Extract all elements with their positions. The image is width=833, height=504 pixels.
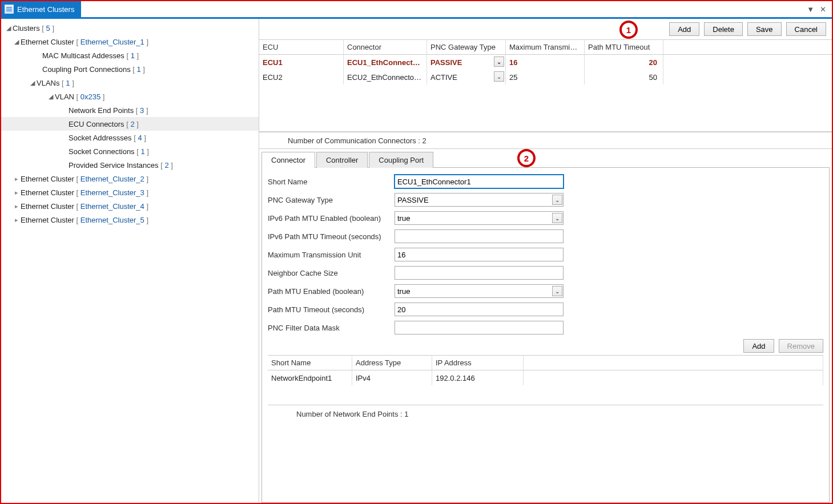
tree-label: Socket Addressses [69,134,132,142]
expand-icon[interactable]: ▸ [13,175,21,183]
chevron-down-icon[interactable]: ⌄ [552,286,562,296]
tree-label: Socket Connections [69,147,135,156]
cell-ecu: ECU2 [259,70,344,84]
tree-label: Ethernet Cluster [21,202,74,211]
tree-label: Provided Service Instances [69,161,159,170]
tree-label: Ethernet Cluster [21,175,74,183]
col-pmt[interactable]: Path MTU Timeout [585,40,663,55]
save-button[interactable]: Save [747,22,782,36]
tab-connector[interactable]: Connector [261,152,315,168]
tree-item-cluster-1[interactable]: ◢ Ethernet Cluster [ Ethernet_Cluster_1 … [1,35,259,49]
cell-pnc[interactable]: ACTIVE ⌄ [427,70,506,84]
chevron-down-icon[interactable]: ⌄ [552,195,562,205]
table-row[interactable]: NetworkEndpoint1 IPv4 192.0.2.146 [268,370,823,385]
cell-pmt[interactable]: 50 [585,70,663,84]
cell-mtu[interactable]: 16 [506,55,585,70]
callout-1: 1 [619,21,638,39]
ncs-label: Neighbor Cache Size [268,269,395,277]
col-mtu[interactable]: Maximum Transmi… [506,40,585,55]
chevron-down-icon[interactable]: ⌄ [494,57,504,67]
cell-pnc[interactable]: PASSIVE ⌄ [427,55,506,70]
cell-address-type: IPv4 [352,370,432,385]
tree-item-socket-connections[interactable]: Socket Connections [ 1 ] [1,144,259,158]
tree-label: Clusters [13,24,40,33]
tree-item-cluster-4[interactable]: ▸ Ethernet Cluster [ Ethernet_Cluster_4 … [1,199,259,213]
chevron-down-icon[interactable]: ⌄ [494,71,504,82]
window-title: Ethernet Clusters [17,5,74,14]
cell-ecu: ECU1 [259,55,344,70]
col-address-type[interactable]: Address Type [352,356,432,370]
expand-icon[interactable]: ▸ [13,216,21,224]
collapse-icon[interactable]: ◢ [5,25,13,32]
tab-coupling-port[interactable]: Coupling Port [369,152,433,168]
tree-item-ecu-connectors[interactable]: ECU Connectors [ 2 ] [1,117,259,131]
tree-label: VLANs [37,79,59,87]
cell-mtu[interactable]: 25 [506,70,585,84]
dropdown-icon[interactable]: ▼ [807,5,814,14]
tree-label: VLAN [55,92,74,101]
collapse-icon[interactable]: ◢ [13,38,21,46]
tree-item-vlan[interactable]: ◢ VLAN [ 0x235 ] [1,90,259,103]
pmtt-label: Path MTU Timeout (seconds) [268,305,395,314]
pnc-gateway-label: PNC Gateway Type [268,196,395,204]
endpoint-remove-button[interactable]: Remove [779,339,823,353]
tree-label: Ethernet Cluster [21,216,74,224]
col-connector[interactable]: Connector [344,40,427,55]
tree-item-socket-addresses[interactable]: Socket Addressses [ 4 ] [1,131,259,144]
cell-connector: ECU1_EthConnect… [344,55,427,70]
tree-item-network-endpoints[interactable]: Network End Points [ 3 ] [1,103,259,117]
chevron-down-icon[interactable]: ⌄ [552,213,562,223]
cancel-button[interactable]: Cancel [786,22,826,36]
tree-item-coupling-port-conn[interactable]: Coupling Port Connections [ 1 ] [1,62,259,76]
tree-label: Ethernet Cluster [21,188,74,197]
col-ecu[interactable]: ECU [259,40,344,55]
tree-label: MAC Multicast Addesses [42,51,124,60]
tree-item-provided-service-instances[interactable]: Provided Service Instances [ 2 ] [1,158,259,172]
tree-item-vlans[interactable]: ◢ VLANs [ 1 ] [1,76,259,90]
ipv6-timeout-input[interactable] [395,229,564,243]
tab-controller[interactable]: Controller [316,152,368,168]
connector-count-status: Number of Communication Connectors : 2 [259,132,832,149]
pfdm-input[interactable] [395,321,564,334]
short-name-label: Short Name [268,178,395,186]
mtu-input[interactable] [395,248,564,261]
pmte-label: Path MTU Enabled (boolean) [268,287,395,296]
endpoint-count-status: Number of Network End Points : 1 [268,405,823,422]
ipv6-timeout-label: IPv6 Path MTU Timeout (seconds) [268,232,395,241]
short-name-input[interactable] [395,175,564,188]
col-short-name[interactable]: Short Name [268,356,352,370]
table-row[interactable]: ECU1 ECU1_EthConnect… PASSIVE ⌄ 16 20 [259,55,832,70]
cell-short-name: NetworkEndpoint1 [268,370,352,385]
expand-icon[interactable]: ▸ [13,189,21,196]
endpoint-grid-header: Short Name Address Type IP Address [268,356,823,370]
ipv6-enabled-select[interactable] [395,211,564,225]
mtu-label: Maximum Transmission Unit [268,251,395,259]
close-icon[interactable]: ✕ [820,5,826,14]
endpoint-add-button[interactable]: Add [743,339,774,353]
delete-button[interactable]: Delete [704,22,743,36]
pnc-gateway-select[interactable] [395,193,564,207]
pmte-select[interactable] [395,284,564,298]
table-row[interactable]: ECU2 ECU2_EthConnecto… ACTIVE ⌄ 25 50 [259,70,832,84]
pfdm-label: PNC Filter Data Mask [268,324,395,332]
add-button[interactable]: Add [669,22,699,36]
tree-pane: ◢ Clusters [ 5 ] ◢ Ethernet Cluster [ Et… [1,19,259,503]
window-title-tab: Ethernet Clusters [1,1,81,17]
col-ip-address[interactable]: IP Address [432,356,524,370]
tree-label: Network End Points [69,106,134,115]
collapse-icon[interactable]: ◢ [47,93,55,100]
tree-label: Coupling Port Connections [42,65,131,74]
tree-item-mac-multicast[interactable]: MAC Multicast Addesses [ 1 ] [1,49,259,62]
ncs-input[interactable] [395,266,564,280]
cell-pmt[interactable]: 20 [585,55,663,70]
cell-ip-address: 192.0.2.146 [432,370,524,385]
tree-item-cluster-5[interactable]: ▸ Ethernet Cluster [ Ethernet_Cluster_5 … [1,213,259,227]
tree-root[interactable]: ◢ Clusters [ 5 ] [1,21,259,35]
collapse-icon[interactable]: ◢ [29,79,37,87]
grid-header: ECU Connector PNC Gateway Type Maximum T… [259,40,832,55]
tree-item-cluster-2[interactable]: ▸ Ethernet Cluster [ Ethernet_Cluster_2 … [1,172,259,186]
col-pnc[interactable]: PNC Gateway Type [427,40,506,55]
expand-icon[interactable]: ▸ [13,203,21,210]
tree-item-cluster-3[interactable]: ▸ Ethernet Cluster [ Ethernet_Cluster_3 … [1,186,259,199]
pmtt-input[interactable] [395,303,564,316]
